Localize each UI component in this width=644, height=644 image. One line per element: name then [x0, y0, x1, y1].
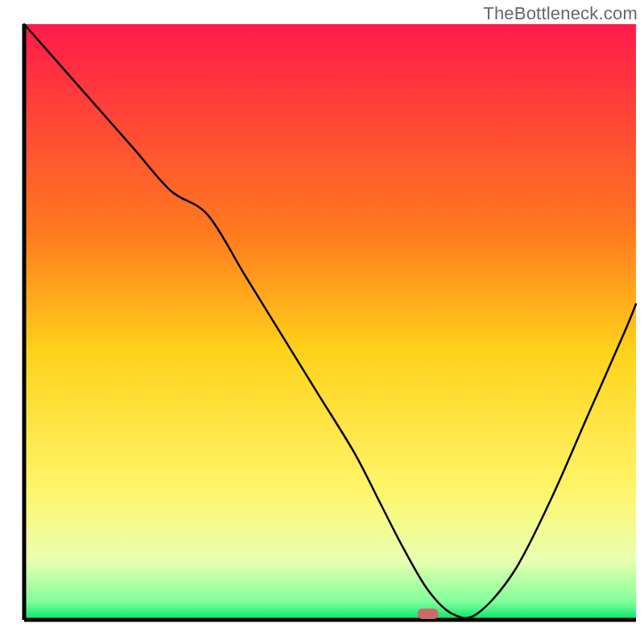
bottleneck-chart: [0, 0, 644, 644]
watermark-text: TheBottleneck.com: [483, 3, 638, 24]
optimal-point-marker: [418, 609, 439, 619]
chart-svg: [0, 0, 644, 644]
plot-background: [24, 24, 636, 620]
